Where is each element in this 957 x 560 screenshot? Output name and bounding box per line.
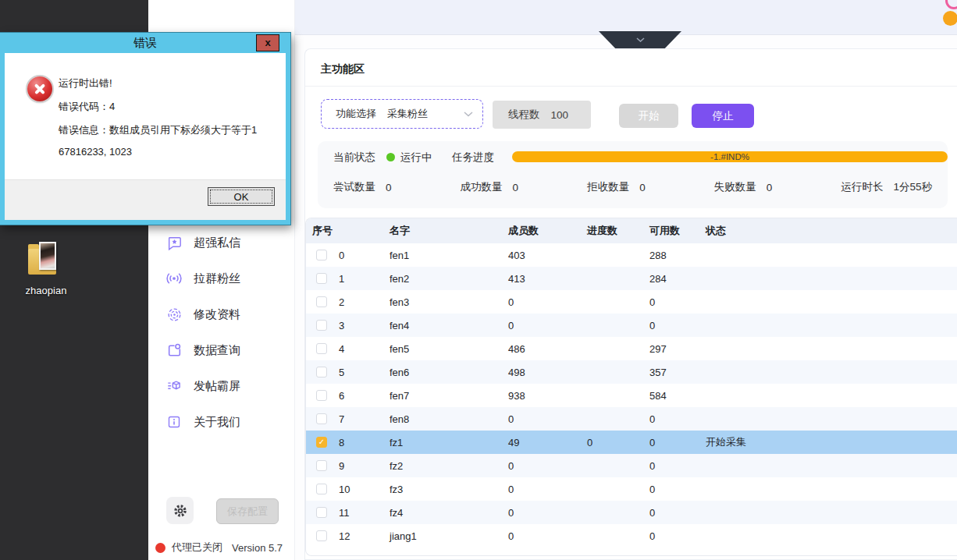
thread-count-label: 线程数 bbox=[508, 108, 540, 122]
cell-name: fz1 bbox=[390, 437, 508, 448]
sidebar-item-4[interactable]: 数据查询 bbox=[148, 332, 294, 368]
table-row[interactable]: 1fen2413284 bbox=[306, 267, 957, 290]
table-row[interactable]: 7fen800 bbox=[306, 407, 957, 431]
table-row[interactable]: 6fen7938584 bbox=[306, 384, 957, 407]
table-body: 0fen14032881fen24132842fen3003fen4004fen… bbox=[306, 243, 957, 548]
checkbox-cell bbox=[306, 390, 339, 401]
cell-name: fz4 bbox=[390, 507, 508, 519]
progress-label: 任务进度 bbox=[452, 151, 494, 165]
cell-progress: 0 bbox=[587, 437, 649, 448]
sidebar-item-5[interactable]: 发帖霸屏 bbox=[148, 368, 294, 404]
row-checkbox[interactable] bbox=[316, 367, 327, 377]
col-header-index: 序号 bbox=[306, 224, 390, 238]
sidebar-item-label: 超强私信 bbox=[194, 236, 240, 250]
row-checkbox[interactable] bbox=[316, 484, 327, 494]
table-row[interactable]: 9fz200 bbox=[306, 454, 957, 477]
save-config-button[interactable]: 保存配置 bbox=[216, 498, 279, 524]
chevron-down-icon bbox=[464, 112, 473, 117]
row-checkbox[interactable] bbox=[316, 296, 327, 307]
sidebar-menu: 超强私信拉群粉丝修改资料数据查询发帖霸屏关于我们 bbox=[148, 225, 294, 440]
cell-members: 0 bbox=[508, 296, 587, 308]
error-dialog-title: 错误 bbox=[133, 36, 157, 51]
error-dialog-titlebar[interactable]: 错误 x bbox=[5, 33, 286, 53]
accounts-table: 序号 名字 成员数 进度数 可用数 状态 0fen14032881fen2413… bbox=[305, 218, 957, 556]
top-band bbox=[295, 0, 957, 35]
checkbox-cell bbox=[306, 530, 339, 541]
row-checkbox[interactable] bbox=[316, 343, 327, 354]
cell-no: 11 bbox=[339, 507, 390, 519]
table-row[interactable]: 12jiang100 bbox=[306, 524, 957, 548]
chevron-down-icon bbox=[636, 37, 645, 42]
cell-no: 2 bbox=[339, 296, 390, 308]
cell-members: 0 bbox=[508, 320, 587, 331]
sidebar-item-3[interactable]: 修改资料 bbox=[148, 296, 294, 332]
close-icon[interactable]: x bbox=[256, 34, 279, 51]
table-row[interactable]: 0fen1403288 bbox=[306, 243, 957, 267]
cell-status: 开始采集 bbox=[706, 435, 957, 449]
checkbox-cell: ✓ bbox=[306, 437, 339, 448]
cell-no: 4 bbox=[339, 343, 390, 355]
row-checkbox[interactable] bbox=[316, 507, 327, 518]
row-checkbox[interactable] bbox=[316, 320, 327, 331]
ok-button[interactable]: OK bbox=[208, 187, 275, 206]
table-row[interactable]: 5fen6498357 bbox=[306, 360, 957, 384]
table-row[interactable]: 2fen300 bbox=[306, 290, 957, 314]
cell-available: 0 bbox=[649, 437, 706, 448]
proxy-status-label: 代理已关闭 bbox=[172, 541, 222, 555]
sidebar-item-label: 修改资料 bbox=[194, 307, 240, 322]
error-line-3: 错误信息：数组成员引用下标必须大于等于1 bbox=[59, 123, 257, 137]
cell-name: jiang1 bbox=[390, 530, 508, 542]
error-dialog-body: 运行时出错! 错误代码：4 错误信息：数组成员引用下标必须大于等于1 67816… bbox=[5, 53, 286, 179]
row-checkbox[interactable] bbox=[316, 413, 327, 424]
sidebar-item-2[interactable]: 拉群粉丝 bbox=[148, 261, 294, 296]
row-checkbox[interactable] bbox=[316, 530, 327, 541]
start-button[interactable]: 开始 bbox=[619, 104, 678, 128]
row-checkbox[interactable]: ✓ bbox=[316, 437, 327, 448]
divider bbox=[305, 86, 957, 87]
progress-text: -1.#IND% bbox=[710, 152, 749, 161]
stop-button[interactable]: 停止 bbox=[692, 104, 754, 128]
row-checkbox[interactable] bbox=[316, 390, 327, 401]
cell-no: 7 bbox=[339, 413, 390, 425]
table-row[interactable]: 3fen400 bbox=[306, 314, 957, 337]
checkbox-cell bbox=[306, 250, 339, 261]
row-checkbox[interactable] bbox=[316, 273, 327, 284]
cell-available: 0 bbox=[649, 296, 706, 308]
cell-members: 49 bbox=[508, 437, 587, 448]
sidebar-item-label: 关于我们 bbox=[194, 415, 240, 430]
row-checkbox[interactable] bbox=[316, 250, 327, 261]
checkbox-cell bbox=[306, 484, 339, 494]
main-panel: 主功能区 功能选择 采集粉丝 线程数 100 开始 停止 当前状态 运行中 bbox=[304, 48, 957, 560]
main-area: 主功能区 功能选择 采集粉丝 线程数 100 开始 停止 当前状态 运行中 bbox=[295, 0, 957, 560]
cell-name: fen4 bbox=[390, 320, 508, 331]
info-icon bbox=[165, 413, 183, 431]
cell-available: 0 bbox=[649, 460, 706, 472]
table-row[interactable]: 11fz400 bbox=[306, 501, 957, 524]
collapse-handle[interactable] bbox=[599, 31, 681, 48]
function-select-value: 采集粉丝 bbox=[387, 107, 464, 121]
cell-no: 9 bbox=[339, 460, 390, 472]
table-row[interactable]: 10fz300 bbox=[306, 477, 957, 501]
sidebar-item-1[interactable]: 超强私信 bbox=[148, 225, 294, 261]
function-select-dropdown[interactable]: 功能选择 采集粉丝 bbox=[321, 99, 483, 129]
table-row[interactable]: 4fen5486297 bbox=[306, 337, 957, 360]
stat-item: 成功数量0 bbox=[461, 180, 519, 194]
folder-zhaopian[interactable]: zhaopian bbox=[27, 240, 64, 284]
sidebar-item-6[interactable]: 关于我们 bbox=[148, 404, 294, 440]
stat-label: 失败数量 bbox=[714, 180, 756, 194]
cell-no: 1 bbox=[339, 273, 390, 285]
cell-available: 0 bbox=[649, 507, 706, 519]
cell-name: fen7 bbox=[390, 390, 508, 402]
col-header-name: 名字 bbox=[390, 224, 508, 238]
table-row[interactable]: ✓8fz14900开始采集 bbox=[306, 431, 957, 454]
cell-members: 486 bbox=[508, 343, 587, 355]
cell-no: 8 bbox=[339, 437, 390, 448]
col-header-available: 可用数 bbox=[649, 224, 706, 238]
settings-button[interactable] bbox=[166, 497, 194, 524]
cell-available: 284 bbox=[649, 273, 706, 285]
row-checkbox[interactable] bbox=[316, 460, 327, 471]
stat-value: 0 bbox=[386, 182, 392, 193]
thread-count-field[interactable]: 线程数 100 bbox=[493, 101, 591, 129]
profile-card-icon bbox=[165, 342, 183, 359]
error-line-4: 67816233, 1023 bbox=[59, 146, 132, 158]
